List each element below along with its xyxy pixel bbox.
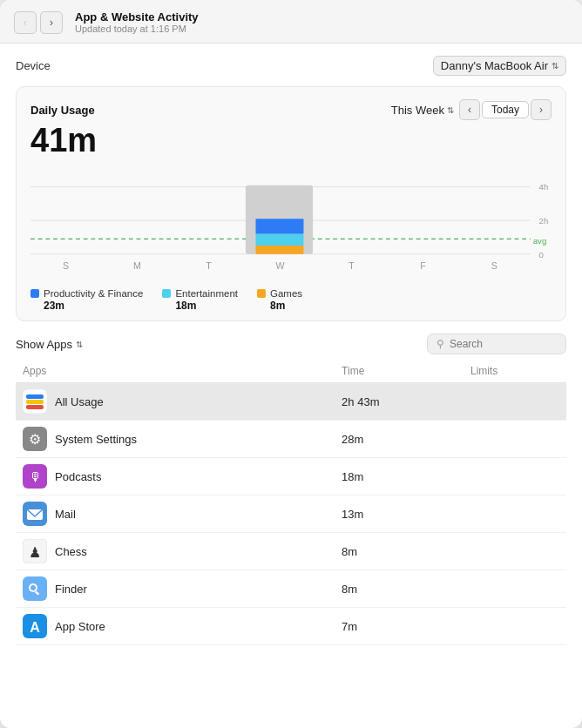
today-button[interactable]: Today: [482, 101, 529, 118]
legend-item-games: Games 8m: [257, 288, 302, 312]
chart-area: 4h 2h 0 avg: [30, 168, 552, 281]
svg-text:S: S: [491, 260, 497, 271]
app-time-0: 2h 43m: [335, 383, 464, 421]
app-cell-2: 🎙Podcasts: [16, 458, 335, 495]
games-dot: [257, 289, 266, 298]
app-cell-4: ♟Chess: [16, 533, 335, 570]
svg-rect-11: [255, 219, 303, 233]
main-window: ‹ › App & Website Activity Updated today…: [0, 0, 582, 728]
usage-header: Daily Usage This Week ⇅ ‹ Today ›: [30, 99, 552, 120]
period-nav: This Week ⇅ ‹ Today ›: [391, 99, 552, 120]
app-time-2: 18m: [335, 458, 464, 495]
games-label: Games: [270, 288, 302, 299]
svg-text:T: T: [349, 260, 355, 271]
usage-card: Daily Usage This Week ⇅ ‹ Today › 41m: [16, 86, 566, 321]
device-label: Device: [16, 59, 51, 72]
svg-point-33: [30, 585, 36, 590]
svg-rect-9: [255, 246, 303, 254]
app-time-6: 7m: [335, 608, 464, 645]
table-row[interactable]: ⚙System Settings28m: [16, 421, 566, 458]
app-cell-3: Mail: [16, 495, 335, 533]
games-time: 8m: [270, 300, 302, 312]
svg-rect-20: [26, 405, 44, 409]
period-selector[interactable]: This Week ⇅: [391, 104, 454, 117]
app-name-0: All Usage: [55, 395, 104, 408]
apps-table: Apps Time Limits All Usage2h 43m ⚙System…: [16, 361, 566, 645]
show-apps-label: Show Apps: [16, 338, 72, 351]
app-name-2: Podcasts: [55, 470, 101, 483]
svg-text:♟: ♟: [29, 545, 41, 560]
period-next-button[interactable]: ›: [531, 99, 552, 120]
svg-text:T: T: [206, 260, 212, 271]
content-area: Device Danny's MacBook Air ⇅ Daily Usage…: [0, 44, 582, 728]
search-bar: ⚲: [427, 334, 566, 354]
show-apps-chevron-icon: ⇅: [76, 340, 83, 349]
productivity-time: 23m: [44, 300, 143, 312]
table-row[interactable]: All Usage2h 43m: [16, 383, 566, 421]
svg-text:2h: 2h: [539, 216, 549, 226]
svg-text:S: S: [63, 260, 69, 271]
entertainment-time: 18m: [175, 300, 238, 312]
app-cell-6: AApp Store: [16, 608, 335, 645]
nav-buttons: ‹ ›: [14, 11, 63, 34]
svg-text:⚙: ⚙: [29, 432, 41, 447]
app-name-5: Finder: [55, 583, 87, 596]
back-button[interactable]: ‹: [14, 11, 37, 34]
svg-text:F: F: [420, 260, 426, 271]
period-nav-btns: ‹ Today ›: [459, 99, 552, 120]
table-row[interactable]: 🎙Podcasts18m: [16, 458, 566, 495]
search-input[interactable]: [450, 338, 557, 350]
app-cell-1: ⚙System Settings: [16, 421, 335, 458]
chart-svg: 4h 2h 0 avg: [30, 168, 552, 281]
table-row[interactable]: AApp Store7m: [16, 608, 566, 645]
table-header-row: Apps Time Limits: [16, 361, 566, 383]
search-icon: ⚲: [436, 338, 444, 350]
col-header-apps: Apps: [16, 361, 335, 383]
app-limits-4: [464, 533, 566, 570]
svg-text:4h: 4h: [539, 182, 549, 192]
forward-button[interactable]: ›: [40, 11, 63, 34]
window-title: App & Website Activity: [75, 10, 199, 24]
app-time-4: 8m: [335, 533, 464, 570]
period-prev-button[interactable]: ‹: [459, 99, 480, 120]
svg-text:W: W: [275, 260, 284, 271]
device-name: Danny's MacBook Air: [441, 59, 548, 72]
legend-item-productivity: Productivity & Finance 23m: [30, 288, 143, 312]
app-time-5: 8m: [335, 570, 464, 608]
period-chevron-icon: ⇅: [447, 105, 454, 115]
window-subtitle: Updated today at 1:16 PM: [75, 24, 199, 34]
svg-text:M: M: [133, 260, 141, 271]
table-row[interactable]: Finder8m: [16, 570, 566, 608]
device-row: Device Danny's MacBook Air ⇅: [16, 56, 566, 76]
show-apps-button[interactable]: Show Apps ⇅: [16, 338, 83, 351]
app-limits-1: [464, 421, 566, 458]
period-label: This Week: [391, 104, 444, 117]
app-time-1: 28m: [335, 421, 464, 458]
col-header-limits: Limits: [464, 361, 566, 383]
app-limits-3: [464, 495, 566, 533]
apps-section: Show Apps ⇅ ⚲ Apps Time Limits: [16, 334, 566, 728]
usage-amount: 41m: [30, 122, 552, 159]
chart-legend: Productivity & Finance 23m Entertainment…: [30, 288, 552, 312]
app-name-4: Chess: [55, 545, 87, 558]
legend-item-entertainment: Entertainment 18m: [162, 288, 238, 312]
app-name-1: System Settings: [55, 433, 137, 446]
svg-rect-22: [26, 394, 44, 399]
app-time-3: 13m: [335, 495, 464, 533]
app-cell-0: All Usage: [16, 383, 335, 421]
device-chevron-icon: ⇅: [552, 61, 558, 71]
productivity-label: Productivity & Finance: [44, 288, 143, 299]
entertainment-dot: [162, 289, 171, 298]
app-name-6: App Store: [55, 620, 105, 633]
entertainment-label: Entertainment: [175, 288, 238, 299]
titlebar-info: App & Website Activity Updated today at …: [75, 10, 199, 34]
svg-text:0: 0: [539, 250, 544, 260]
col-header-time: Time: [335, 361, 464, 383]
titlebar: ‹ › App & Website Activity Updated today…: [0, 0, 582, 44]
device-selector[interactable]: Danny's MacBook Air ⇅: [433, 56, 566, 76]
productivity-dot: [30, 289, 39, 298]
table-row[interactable]: Mail13m: [16, 495, 566, 533]
table-row[interactable]: ♟Chess8m: [16, 533, 566, 570]
svg-text:🎙: 🎙: [29, 469, 42, 484]
app-limits-2: [464, 458, 566, 495]
